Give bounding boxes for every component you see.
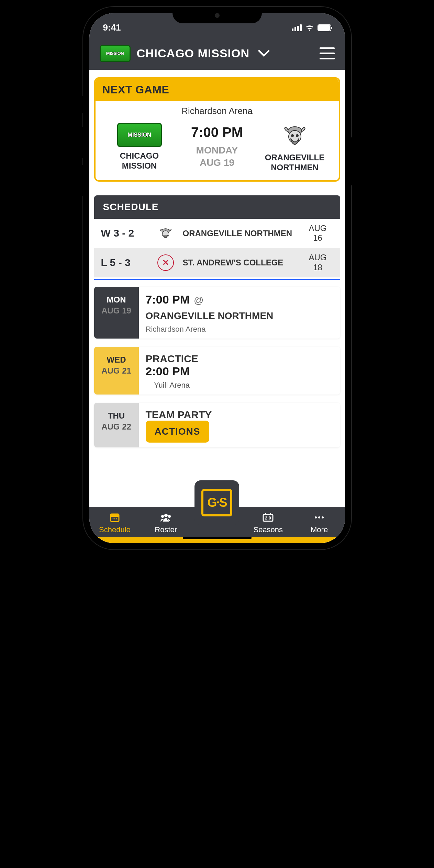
svg-point-20 bbox=[322, 516, 324, 518]
nav-seasons[interactable]: 2:0 Seasons bbox=[243, 512, 294, 534]
nav-label: More bbox=[311, 525, 328, 534]
status-icons bbox=[292, 24, 331, 31]
team-logo[interactable]: MISSION bbox=[100, 45, 131, 62]
svg-point-19 bbox=[318, 516, 320, 518]
nav-more[interactable]: More bbox=[294, 512, 345, 534]
nav-schedule[interactable]: Schedule bbox=[89, 512, 141, 534]
svg-text:2:0: 2:0 bbox=[265, 516, 271, 521]
event-date-box: WED AUG 21 bbox=[94, 347, 139, 395]
result-score: L 5 - 3 bbox=[101, 257, 153, 269]
status-time: 9:41 bbox=[103, 22, 121, 33]
away-team: ORANGEVILLE NORTHMEN bbox=[258, 121, 332, 173]
team-selector-title[interactable]: CHICAGO MISSION bbox=[137, 47, 250, 60]
power-button bbox=[350, 137, 353, 185]
result-opponent: ST. ANDREW'S COLLEGE bbox=[183, 258, 298, 267]
opponent-logo-icon bbox=[157, 225, 174, 241]
bottom-nav: Schedule Roster G·S 2:0 Seasons bbox=[89, 507, 345, 537]
result-opponent: ORANGEVILLE NORTHMEN bbox=[183, 229, 298, 238]
nav-roster[interactable]: Roster bbox=[140, 512, 191, 534]
game-date: MONDAY AUG 19 bbox=[180, 144, 254, 169]
svg-point-8 bbox=[112, 518, 113, 519]
event-time: 2:00 PM bbox=[146, 365, 190, 378]
side-button bbox=[81, 96, 84, 113]
event-venue: Yuill Arena bbox=[154, 381, 190, 390]
home-team: MISSION CHICAGO MISSION bbox=[102, 123, 177, 171]
app-logo-icon: G·S bbox=[201, 489, 232, 516]
menu-button[interactable] bbox=[320, 47, 335, 59]
svg-rect-16 bbox=[265, 513, 266, 515]
nav-label: Schedule bbox=[99, 525, 131, 534]
svg-point-18 bbox=[315, 516, 317, 518]
event-title: TEAM PARTY bbox=[146, 409, 212, 421]
matchup: MISSION CHICAGO MISSION 7:00 PM MONDAY A… bbox=[102, 121, 332, 173]
svg-point-3 bbox=[296, 135, 298, 137]
app-header: MISSION CHICAGO MISSION bbox=[89, 37, 345, 70]
svg-point-13 bbox=[168, 515, 171, 518]
svg-point-12 bbox=[161, 515, 164, 518]
result-row[interactable]: W 3 - 2 ORANGEVILLE NORTHMEN AUG 16 bbox=[94, 219, 340, 248]
event-time: 7:00 PM bbox=[146, 293, 190, 306]
event-date-box: THU AUG 22 bbox=[94, 403, 139, 447]
game-datetime: 7:00 PM MONDAY AUG 19 bbox=[180, 125, 254, 169]
event-row[interactable]: WED AUG 21 PRACTICE 2:00 PM Yuill Arena bbox=[94, 347, 340, 395]
event-body: PRACTICE 2:00 PM Yuill Arena bbox=[144, 347, 340, 395]
home-indicator[interactable] bbox=[183, 537, 252, 539]
event-venue: Richardson Arena bbox=[146, 325, 334, 334]
svg-point-11 bbox=[164, 514, 168, 517]
home-team-name: CHICAGO MISSION bbox=[102, 151, 177, 171]
content-area[interactable]: NEXT GAME Richardson Arena MISSION CHICA… bbox=[89, 70, 345, 507]
event-row[interactable]: THU AUG 22 TEAM PARTY ACTIONS bbox=[94, 403, 340, 447]
away-team-logo bbox=[281, 121, 309, 149]
svg-rect-17 bbox=[270, 513, 271, 515]
event-body: TEAM PARTY ACTIONS bbox=[144, 403, 340, 447]
event-title: PRACTICE bbox=[146, 353, 198, 365]
game-time: 7:00 PM bbox=[180, 125, 254, 140]
volume-up-button bbox=[81, 127, 84, 158]
result-score: W 3 - 2 bbox=[101, 227, 153, 239]
more-icon bbox=[314, 512, 325, 523]
scoreboard-icon: 2:0 bbox=[262, 512, 274, 523]
device-notch bbox=[173, 7, 262, 23]
event-at: @ bbox=[194, 295, 203, 306]
next-game-body: Richardson Arena MISSION CHICAGO MISSION… bbox=[96, 101, 339, 180]
svg-point-1 bbox=[289, 130, 301, 143]
nav-label: Seasons bbox=[253, 525, 283, 534]
nav-label: Roster bbox=[155, 525, 177, 534]
chevron-down-icon[interactable] bbox=[258, 50, 269, 57]
battery-icon bbox=[318, 24, 331, 31]
svg-point-10 bbox=[116, 518, 117, 519]
actions-button[interactable]: ACTIONS bbox=[146, 421, 209, 443]
svg-rect-7 bbox=[111, 514, 119, 517]
phone-frame: 9:41 MISSION CHICAGO MISSION NEXT GAME R… bbox=[83, 7, 351, 549]
home-team-logo: MISSION bbox=[117, 123, 162, 147]
next-game-label: NEXT GAME bbox=[96, 79, 339, 101]
event-row[interactable]: MON AUG 19 7:00 PM @ ORANGEVILLE NORTHME… bbox=[94, 287, 340, 339]
divider bbox=[94, 279, 340, 280]
wifi-icon bbox=[305, 24, 314, 31]
cellular-icon bbox=[292, 24, 302, 31]
svg-point-2 bbox=[291, 135, 293, 137]
event-opponent: ORANGEVILLE NORTHMEN bbox=[146, 310, 274, 321]
event-date-box: MON AUG 19 bbox=[94, 287, 139, 339]
calendar-icon bbox=[109, 512, 120, 523]
result-date: AUG 18 bbox=[302, 253, 333, 273]
volume-down-button bbox=[81, 165, 84, 196]
phone-screen: 9:41 MISSION CHICAGO MISSION NEXT GAME R… bbox=[89, 13, 345, 543]
away-team-name: ORANGEVILLE NORTHMEN bbox=[258, 153, 332, 173]
svg-point-9 bbox=[114, 518, 115, 519]
opponent-logo-icon: ✕ bbox=[157, 254, 174, 271]
people-icon bbox=[160, 512, 172, 523]
result-date: AUG 16 bbox=[302, 224, 333, 243]
event-body: 7:00 PM @ ORANGEVILLE NORTHMEN Richardso… bbox=[144, 287, 340, 339]
result-row[interactable]: L 5 - 3 ✕ ST. ANDREW'S COLLEGE AUG 18 bbox=[94, 248, 340, 277]
schedule-section-header: SCHEDULE bbox=[94, 195, 340, 219]
next-game-card[interactable]: NEXT GAME Richardson Arena MISSION CHICA… bbox=[94, 77, 340, 182]
arena-name: Richardson Arena bbox=[102, 106, 332, 116]
